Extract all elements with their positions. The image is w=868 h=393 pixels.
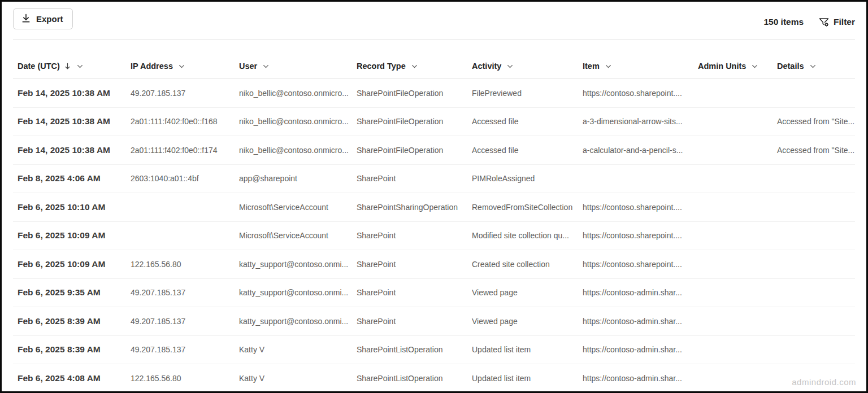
audit-log-table: Date (UTC)IP AddressUserRecord TypeActiv… <box>13 40 855 393</box>
cell-details: Accessed from "Site... <box>772 136 855 164</box>
column-header-user[interactable]: User <box>235 40 352 78</box>
cell-date: Feb 6, 2025 8:39 AM <box>13 336 126 364</box>
cell-recordType: SharePointFileOperation <box>352 108 467 136</box>
table-row[interactable]: Feb 6, 2025 8:39 AM49.207.185.137Katty V… <box>13 336 855 365</box>
cell-activity: Created site collection <box>467 250 578 278</box>
cell-recordType: SharePointListOperation <box>352 364 467 392</box>
cell-date: Feb 6, 2025 10:10 AM <box>13 193 126 221</box>
cell-details <box>772 165 855 193</box>
column-header-adminUnits[interactable]: Admin Units <box>693 40 772 78</box>
cell-item <box>578 165 693 193</box>
table-row[interactable]: Feb 6, 2025 10:09 AMMicrosoft\ServiceAcc… <box>13 222 855 251</box>
column-header-item[interactable]: Item <box>578 40 693 78</box>
cell-details <box>772 279 855 307</box>
cell-user: katty_support@contoso.onmi... <box>235 307 352 335</box>
cell-ip: 122.165.56.80 <box>126 250 235 278</box>
cell-date: Feb 6, 2025 4:08 AM <box>13 364 126 392</box>
table-row[interactable]: Feb 14, 2025 10:38 AM2a01:111:f402:f0e0:… <box>13 108 855 137</box>
table-row[interactable]: Feb 14, 2025 10:38 AM2a01:111:f402:f0e0:… <box>13 136 855 165</box>
cell-activity: RemovedFromSiteCollection <box>467 193 578 221</box>
cell-ip: 49.207.185.137 <box>126 279 235 307</box>
cell-activity: Viewed page <box>467 307 578 335</box>
table-header-row: Date (UTC)IP AddressUserRecord TypeActiv… <box>13 40 855 79</box>
cell-date: Feb 6, 2025 10:09 AM <box>13 222 126 250</box>
cell-user: katty_support@contoso.onmi... <box>235 279 352 307</box>
cell-item: a-calculator-and-a-pencil-s... <box>578 136 693 164</box>
column-header-ip[interactable]: IP Address <box>126 40 235 78</box>
column-header-label: Details <box>777 62 804 71</box>
cell-activity: Accessed file <box>467 108 578 136</box>
cell-ip <box>126 222 235 250</box>
cell-activity: Updated list item <box>467 364 578 392</box>
cell-activity: FilePreviewed <box>467 79 578 107</box>
filter-settings-icon <box>818 16 830 28</box>
filter-button[interactable]: Filter <box>818 16 855 28</box>
table-row[interactable]: Feb 6, 2025 10:10 AMMicrosoft\ServiceAcc… <box>13 193 855 222</box>
filter-button-label: Filter <box>834 17 855 27</box>
column-header-label: Item <box>583 62 600 71</box>
table-row[interactable]: Feb 6, 2025 8:39 AM49.207.185.137katty_s… <box>13 307 855 336</box>
column-header-label: Date (UTC) <box>18 62 60 71</box>
cell-recordType: SharePoint <box>352 222 467 250</box>
table-row[interactable]: Feb 6, 2025 9:35 AM49.207.185.137katty_s… <box>13 279 855 308</box>
cell-date: Feb 14, 2025 10:38 AM <box>13 136 126 164</box>
cell-item: https://contoso-admin.shar... <box>578 336 693 364</box>
cell-item: https://contoso-admin.shar... <box>578 307 693 335</box>
cell-ip: 49.207.185.137 <box>126 336 235 364</box>
toolbar-right: 150 items Filter <box>763 16 855 28</box>
cell-activity: Viewed page <box>467 279 578 307</box>
download-icon <box>21 14 31 24</box>
cell-adminUnits <box>693 364 772 392</box>
cell-item: https://contoso.sharepoint.... <box>578 250 693 278</box>
table-row[interactable]: Feb 8, 2025 4:06 AM2603:1040:a01::4bfapp… <box>13 165 855 194</box>
table-row[interactable]: Feb 6, 2025 4:08 AM122.165.56.80Katty VS… <box>13 364 855 393</box>
cell-activity: Updated list item <box>467 336 578 364</box>
cell-recordType: SharePoint <box>352 250 467 278</box>
chevron-down-icon <box>178 63 185 70</box>
export-button-label: Export <box>36 14 63 24</box>
items-count: 150 items <box>763 17 804 27</box>
column-header-activity[interactable]: Activity <box>467 40 578 78</box>
cell-recordType: SharePoint <box>352 307 467 335</box>
table-row[interactable]: Feb 14, 2025 10:38 AM49.207.185.137niko_… <box>13 79 855 108</box>
cell-date: Feb 14, 2025 10:38 AM <box>13 108 126 136</box>
cell-recordType: SharePoint <box>352 165 467 193</box>
cell-ip: 122.165.56.80 <box>126 364 235 392</box>
cell-user: Katty V <box>235 364 352 392</box>
cell-user: niko_bellic@contoso.onmicro... <box>235 136 352 164</box>
cell-recordType: SharePointFileOperation <box>352 79 467 107</box>
cell-date: Feb 6, 2025 8:39 AM <box>13 307 126 335</box>
cell-user: katty_support@contoso.onmi... <box>235 250 352 278</box>
cell-item: https://contoso.sharepoint.... <box>578 79 693 107</box>
cell-user: Microsoft\ServiceAccount <box>235 222 352 250</box>
cell-adminUnits <box>693 136 772 164</box>
cell-date: Feb 14, 2025 10:38 AM <box>13 79 126 107</box>
cell-details <box>772 336 855 364</box>
cell-item: https://contoso.sharepoint.... <box>578 222 693 250</box>
cell-user: niko_bellic@contoso.onmicro... <box>235 79 352 107</box>
table-row[interactable]: Feb 6, 2025 10:09 AM122.165.56.80katty_s… <box>13 250 855 279</box>
cell-details: Accessed from "Site... <box>772 108 855 136</box>
cell-date: Feb 6, 2025 9:35 AM <box>13 279 126 307</box>
column-header-recordType[interactable]: Record Type <box>352 40 467 78</box>
column-header-details[interactable]: Details <box>772 40 855 78</box>
cell-recordType: SharePoint <box>352 279 467 307</box>
column-header-date[interactable]: Date (UTC) <box>13 40 126 78</box>
arrow-down-icon <box>64 63 71 70</box>
cell-activity: PIMRoleAssigned <box>467 165 578 193</box>
audit-log-page: Export 150 items Filter Date (UTC)IP Add… <box>0 0 868 393</box>
cell-adminUnits <box>693 165 772 193</box>
cell-ip: 2a01:111:f402:f0e0::f168 <box>126 108 235 136</box>
export-button[interactable]: Export <box>13 8 73 29</box>
cell-adminUnits <box>693 279 772 307</box>
chevron-down-icon <box>605 63 612 70</box>
cell-activity: Accessed file <box>467 136 578 164</box>
cell-date: Feb 8, 2025 4:06 AM <box>13 165 126 193</box>
cell-adminUnits <box>693 222 772 250</box>
cell-recordType: SharePointSharingOperation <box>352 193 467 221</box>
column-header-label: User <box>239 62 257 71</box>
chevron-down-icon <box>506 63 514 70</box>
cell-ip: 49.207.185.137 <box>126 307 235 335</box>
chevron-down-icon <box>411 63 418 70</box>
cell-user: niko_bellic@contoso.onmicro... <box>235 108 352 136</box>
